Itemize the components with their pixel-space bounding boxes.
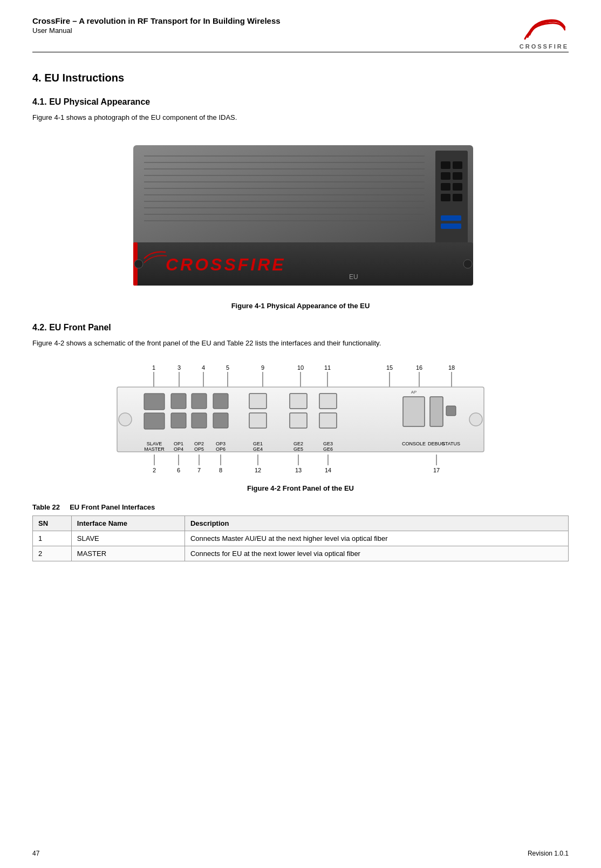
- svg-point-28: [463, 260, 472, 268]
- svg-rect-78: [319, 413, 337, 428]
- svg-text:13: 13: [295, 467, 302, 473]
- svg-text:14: 14: [325, 467, 331, 473]
- svg-text:OP2: OP2: [194, 441, 204, 446]
- svg-text:10: 10: [297, 364, 304, 371]
- revision: Revision 1.0.1: [528, 850, 569, 857]
- svg-text:6: 6: [177, 467, 180, 473]
- svg-rect-17: [441, 183, 450, 191]
- figure4-1-container: CROSSFIRE EU Figure 4-1 Physical Appeara…: [32, 134, 569, 310]
- page-header: CrossFire – A revolution in RF Transport…: [32, 16, 569, 52]
- svg-text:EU: EU: [349, 273, 358, 281]
- section42-body: Figure 4-2 shows a schematic of the fron…: [32, 338, 569, 349]
- svg-rect-69: [249, 394, 267, 409]
- svg-text:9: 9: [261, 364, 264, 371]
- svg-rect-57: [171, 394, 186, 409]
- svg-text:OP4: OP4: [174, 446, 183, 452]
- svg-text:GE3: GE3: [323, 441, 333, 446]
- svg-text:STATUS: STATUS: [442, 441, 460, 446]
- svg-rect-62: [192, 413, 207, 428]
- svg-rect-85: [446, 406, 456, 416]
- section41-title: 4.1. EU Physical Appearance: [32, 97, 569, 107]
- table-header-row: SN Interface Name Description: [33, 516, 569, 531]
- cell-interface-name: MASTER: [71, 546, 185, 561]
- svg-point-27: [134, 260, 143, 268]
- svg-rect-74: [290, 413, 307, 428]
- svg-text:OP5: OP5: [194, 446, 204, 452]
- svg-text:16: 16: [416, 364, 422, 371]
- svg-rect-61: [192, 394, 207, 409]
- cell-sn: 2: [33, 546, 72, 561]
- figure4-2-container: 1 3 4 5 9 10 11 15 16: [32, 360, 569, 492]
- svg-text:SLAVE: SLAVE: [147, 441, 162, 446]
- svg-text:18: 18: [448, 364, 455, 371]
- svg-text:CROSSFIRE: CROSSFIRE: [166, 255, 286, 274]
- svg-text:17: 17: [433, 467, 440, 473]
- svg-text:OP6: OP6: [216, 446, 226, 452]
- front-panel-diagram: 1 3 4 5 9 10 11 15 16: [95, 360, 506, 479]
- svg-text:GE1: GE1: [253, 441, 263, 446]
- crossfire-logo-icon: [522, 16, 565, 42]
- svg-text:5: 5: [226, 364, 229, 371]
- svg-text:4: 4: [202, 364, 205, 371]
- svg-rect-81: [403, 397, 425, 426]
- svg-text:OP1: OP1: [174, 441, 183, 446]
- svg-point-52: [469, 413, 482, 426]
- table22-heading: Table 22 EU Front Panel Interfaces: [32, 503, 569, 511]
- svg-text:15: 15: [386, 364, 393, 371]
- svg-rect-83: [430, 397, 443, 426]
- cell-sn: 1: [33, 531, 72, 546]
- section4-title: 4. EU Instructions: [32, 72, 569, 84]
- svg-rect-66: [213, 413, 228, 428]
- svg-text:7: 7: [197, 467, 201, 473]
- header-text: CrossFire – A revolution in RF Transport…: [32, 16, 281, 35]
- cell-description: Connects Master AU/EU at the next higher…: [185, 531, 568, 546]
- svg-rect-14: [453, 161, 462, 169]
- svg-rect-73: [290, 394, 307, 409]
- page-number: 47: [32, 850, 39, 857]
- svg-rect-65: [213, 394, 228, 409]
- svg-text:MASTER: MASTER: [144, 446, 165, 452]
- page-wrapper: CrossFire – A revolution in RF Transport…: [0, 0, 601, 868]
- svg-text:3: 3: [177, 364, 181, 371]
- svg-text:GE6: GE6: [323, 446, 333, 452]
- svg-text:GE2: GE2: [293, 441, 303, 446]
- cell-interface-name: SLAVE: [71, 531, 185, 546]
- table22-body: 1 SLAVE Connects Master AU/EU at the nex…: [33, 531, 569, 561]
- svg-text:AP: AP: [411, 390, 417, 395]
- svg-text:1: 1: [152, 364, 155, 371]
- svg-point-51: [119, 413, 132, 426]
- svg-text:12: 12: [255, 467, 261, 473]
- figure42-caption: Figure 4-2 Front Panel of the EU: [247, 484, 354, 492]
- svg-rect-18: [453, 183, 462, 191]
- svg-text:11: 11: [324, 364, 331, 371]
- table-row: 2 MASTER Connects for EU at the next low…: [33, 546, 569, 561]
- logo-area: CROSSFIRE: [520, 16, 569, 50]
- logo-name: CROSSFIRE: [520, 43, 569, 50]
- section42-title: 4.2. EU Front Panel: [32, 323, 569, 333]
- col-description: Description: [185, 516, 568, 531]
- eu-device-illustration: CROSSFIRE EU: [112, 134, 489, 296]
- svg-rect-22: [441, 223, 461, 229]
- cell-description: Connects for EU at the next lower level …: [185, 546, 568, 561]
- svg-rect-16: [453, 172, 462, 180]
- col-sn: SN: [33, 516, 72, 531]
- section41-body: Figure 4-1 shows a photograph of the EU …: [32, 112, 569, 124]
- svg-rect-70: [249, 413, 267, 428]
- svg-rect-19: [441, 194, 450, 201]
- table22-subtitle: EU Front Panel Interfaces: [70, 503, 155, 511]
- svg-text:GE5: GE5: [293, 446, 303, 452]
- col-interface-name: Interface Name: [71, 516, 185, 531]
- svg-rect-58: [171, 413, 186, 428]
- header-title: CrossFire – A revolution in RF Transport…: [32, 16, 281, 25]
- svg-text:CONSOLE: CONSOLE: [402, 441, 426, 446]
- table-row: 1 SLAVE Connects Master AU/EU at the nex…: [33, 531, 569, 546]
- page-footer: 47 Revision 1.0.1: [32, 850, 569, 857]
- svg-rect-12: [435, 151, 468, 248]
- svg-text:2: 2: [153, 467, 156, 473]
- svg-rect-77: [319, 394, 337, 409]
- svg-text:GE4: GE4: [253, 446, 263, 452]
- header-subtitle: User Manual: [32, 26, 281, 35]
- svg-rect-13: [441, 161, 450, 169]
- svg-text:8: 8: [219, 467, 222, 473]
- figure41-caption: Figure 4-1 Physical Appearance of the EU: [231, 302, 370, 310]
